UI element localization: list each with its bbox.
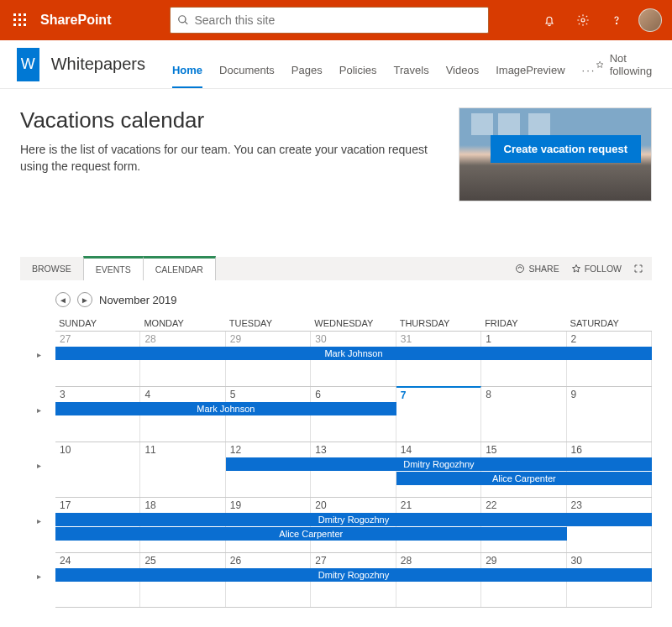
- ribbon-tab-browse[interactable]: BROWSE: [20, 257, 83, 280]
- day-header: FRIDAY: [481, 316, 566, 331]
- ribbon-tab-events[interactable]: EVENTS: [83, 256, 144, 280]
- app-launcher-icon[interactable]: [7, 7, 34, 34]
- day-header: SUNDAY: [55, 316, 140, 331]
- nav-pages[interactable]: Pages: [291, 64, 323, 88]
- ribbon-fullscreen-icon[interactable]: [633, 264, 643, 274]
- ribbon-share[interactable]: SHARE: [515, 264, 559, 274]
- svg-rect-8: [24, 24, 26, 26]
- nav-policies[interactable]: Policies: [339, 64, 377, 88]
- svg-point-9: [581, 18, 585, 22]
- user-avatar[interactable]: [638, 8, 662, 32]
- svg-rect-5: [24, 18, 26, 21]
- follow-label: Not following: [610, 52, 655, 77]
- ribbon-follow[interactable]: FOLLOW: [571, 264, 622, 274]
- calendar-month-label: November 2019: [99, 294, 177, 306]
- calendar-week: ▸10111213141516Dmitry RogozhnyAlice Carp…: [55, 442, 652, 497]
- notifications-icon[interactable]: [538, 8, 561, 32]
- calendar-cell[interactable]: 8: [481, 387, 566, 442]
- help-icon[interactable]: [605, 8, 628, 32]
- svg-rect-1: [18, 13, 21, 16]
- hero-image: Create vacation request: [459, 107, 652, 201]
- settings-icon[interactable]: [571, 8, 595, 32]
- calendar-week: ▸17181920212223Dmitry RogozhnyAlice Carp…: [55, 497, 652, 552]
- nav-more[interactable]: ···: [582, 64, 596, 88]
- calendar-week: ▸272829303112Mark Johnson: [55, 331, 652, 386]
- site-header: W Whitepapers HomeDocumentsPagesPolicies…: [0, 40, 672, 89]
- calendar-event[interactable]: Alice Carpenter: [55, 527, 567, 541]
- star-icon: [571, 264, 581, 274]
- svg-rect-0: [13, 13, 16, 16]
- site-logo[interactable]: W: [17, 48, 39, 81]
- week-expand-icon[interactable]: ▸: [37, 350, 41, 359]
- search-box[interactable]: [170, 7, 489, 34]
- calendar-event[interactable]: Mark Johnson: [55, 347, 652, 360]
- svg-rect-7: [18, 24, 21, 26]
- calendar-event[interactable]: Dmitry Rogozhny: [226, 457, 652, 471]
- search-icon: [177, 14, 189, 26]
- site-name[interactable]: Whitepapers: [51, 55, 145, 74]
- share-icon: [515, 264, 525, 274]
- calendar-event[interactable]: Dmitry Rogozhny: [55, 513, 652, 526]
- page-title: Vacations calendar: [20, 107, 442, 133]
- calendar-week: ▸3456789Mark Johnson: [55, 386, 652, 442]
- suite-bar: SharePoint: [0, 0, 672, 40]
- svg-point-11: [517, 265, 524, 273]
- day-header: THURSDAY: [396, 316, 481, 331]
- svg-rect-2: [24, 13, 26, 16]
- day-header: TUESDAY: [226, 316, 311, 331]
- nav-travels[interactable]: Travels: [394, 64, 429, 88]
- week-expand-icon[interactable]: ▸: [37, 405, 41, 415]
- calendar-next[interactable]: ►: [77, 292, 92, 307]
- svg-rect-6: [13, 24, 16, 26]
- calendar-prev[interactable]: ◄: [55, 292, 71, 307]
- day-header: WEDNESDAY: [311, 316, 396, 331]
- star-icon: [596, 59, 604, 71]
- week-expand-icon[interactable]: ▸: [37, 572, 41, 581]
- calendar-cell[interactable]: 11: [140, 442, 225, 497]
- calendar-ribbon: BROWSE EVENTS CALENDAR SHARE FOLLOW: [20, 257, 652, 280]
- svg-rect-3: [13, 18, 16, 21]
- calendar-event[interactable]: Mark Johnson: [55, 402, 396, 415]
- calendar-cell[interactable]: 10: [55, 442, 140, 497]
- nav-home[interactable]: Home: [172, 64, 202, 88]
- page-description: Here is the list of vacations for our te…: [20, 142, 442, 175]
- svg-rect-4: [18, 18, 21, 21]
- top-nav: HomeDocumentsPagesPoliciesTravelsVideosI…: [172, 40, 596, 88]
- calendar-cell[interactable]: 7: [396, 386, 481, 442]
- follow-toggle[interactable]: Not following: [596, 52, 655, 77]
- calendar-week: ▸24252627282930Dmitry Rogozhny: [55, 552, 652, 608]
- nav-imagepreview[interactable]: ImagePreview: [496, 64, 564, 88]
- svg-point-10: [616, 23, 617, 24]
- ribbon-tab-calendar[interactable]: CALENDAR: [144, 256, 216, 280]
- day-header: SATURDAY: [567, 316, 652, 331]
- week-expand-icon[interactable]: ▸: [37, 516, 41, 525]
- week-expand-icon[interactable]: ▸: [37, 461, 41, 470]
- search-input[interactable]: [194, 13, 481, 27]
- suite-brand: SharePoint: [40, 13, 111, 28]
- nav-videos[interactable]: Videos: [446, 64, 480, 88]
- day-header: MONDAY: [140, 316, 225, 331]
- nav-documents[interactable]: Documents: [219, 64, 275, 88]
- calendar-event[interactable]: Alice Carpenter: [396, 472, 652, 485]
- calendar-cell[interactable]: 9: [567, 387, 652, 442]
- calendar-event[interactable]: Dmitry Rogozhny: [55, 568, 652, 582]
- create-request-button[interactable]: Create vacation request: [491, 135, 641, 163]
